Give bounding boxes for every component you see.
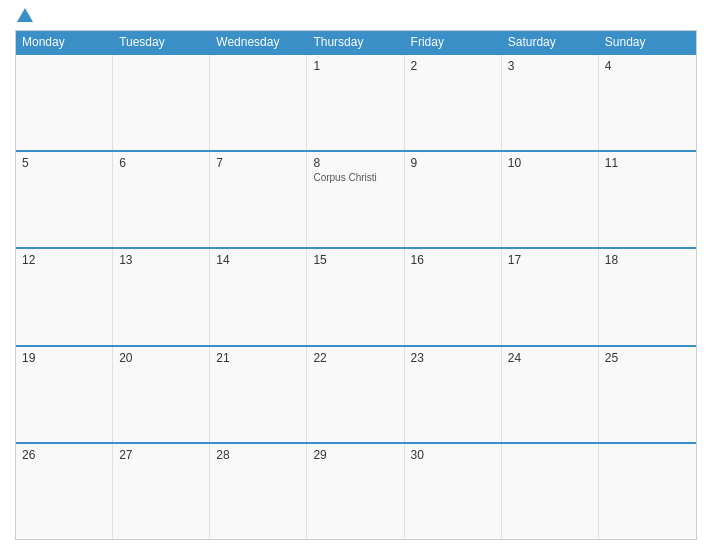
day-cell: 13 [113, 249, 210, 344]
week-row-1: 1234 [16, 53, 696, 150]
day-cell: 11 [599, 152, 696, 247]
day-cell: 9 [405, 152, 502, 247]
day-cell [113, 55, 210, 150]
day-cell: 27 [113, 444, 210, 539]
day-number: 9 [411, 156, 495, 170]
day-number: 13 [119, 253, 203, 267]
day-cell: 10 [502, 152, 599, 247]
day-cell: 21 [210, 347, 307, 442]
day-cell: 29 [307, 444, 404, 539]
day-number: 4 [605, 59, 690, 73]
day-number: 22 [313, 351, 397, 365]
day-number: 25 [605, 351, 690, 365]
day-number: 8 [313, 156, 397, 170]
day-header-wednesday: Wednesday [210, 31, 307, 53]
day-cell: 16 [405, 249, 502, 344]
day-number: 6 [119, 156, 203, 170]
day-cell [210, 55, 307, 150]
day-header-thursday: Thursday [307, 31, 404, 53]
day-cell: 30 [405, 444, 502, 539]
day-number: 7 [216, 156, 300, 170]
day-cell: 28 [210, 444, 307, 539]
day-number: 26 [22, 448, 106, 462]
day-cell: 15 [307, 249, 404, 344]
day-number: 29 [313, 448, 397, 462]
day-cell: 24 [502, 347, 599, 442]
day-number: 28 [216, 448, 300, 462]
day-cell: 7 [210, 152, 307, 247]
logo-triangle-icon [17, 8, 33, 22]
day-cell: 19 [16, 347, 113, 442]
day-cell: 2 [405, 55, 502, 150]
day-cell: 20 [113, 347, 210, 442]
day-cell: 3 [502, 55, 599, 150]
week-row-2: 5678Corpus Christi91011 [16, 150, 696, 247]
day-cell: 26 [16, 444, 113, 539]
week-row-5: 2627282930 [16, 442, 696, 539]
day-header-tuesday: Tuesday [113, 31, 210, 53]
day-cell: 22 [307, 347, 404, 442]
weeks-container: 12345678Corpus Christi910111213141516171… [16, 53, 696, 539]
calendar-grid: MondayTuesdayWednesdayThursdayFridaySatu… [15, 30, 697, 540]
day-cell: 14 [210, 249, 307, 344]
day-number: 2 [411, 59, 495, 73]
day-cell: 18 [599, 249, 696, 344]
day-cell [502, 444, 599, 539]
day-number: 27 [119, 448, 203, 462]
day-cell: 5 [16, 152, 113, 247]
day-cell: 6 [113, 152, 210, 247]
day-header-saturday: Saturday [502, 31, 599, 53]
day-number: 17 [508, 253, 592, 267]
day-header-sunday: Sunday [599, 31, 696, 53]
day-number: 20 [119, 351, 203, 365]
day-number: 30 [411, 448, 495, 462]
day-cell: 17 [502, 249, 599, 344]
day-number: 11 [605, 156, 690, 170]
week-row-3: 12131415161718 [16, 247, 696, 344]
day-cell: 1 [307, 55, 404, 150]
day-number: 10 [508, 156, 592, 170]
day-number: 12 [22, 253, 106, 267]
day-header-friday: Friday [405, 31, 502, 53]
day-number: 23 [411, 351, 495, 365]
day-number: 19 [22, 351, 106, 365]
day-number: 18 [605, 253, 690, 267]
day-header-monday: Monday [16, 31, 113, 53]
day-number: 14 [216, 253, 300, 267]
day-number: 5 [22, 156, 106, 170]
event-label: Corpus Christi [313, 172, 397, 183]
day-cell: 23 [405, 347, 502, 442]
day-cell: 4 [599, 55, 696, 150]
week-row-4: 19202122232425 [16, 345, 696, 442]
day-headers-row: MondayTuesdayWednesdayThursdayFridaySatu… [16, 31, 696, 53]
day-number: 16 [411, 253, 495, 267]
logo [15, 10, 33, 22]
day-cell [16, 55, 113, 150]
day-number: 21 [216, 351, 300, 365]
day-cell: 25 [599, 347, 696, 442]
day-number: 1 [313, 59, 397, 73]
calendar-header [15, 10, 697, 22]
calendar-page: MondayTuesdayWednesdayThursdayFridaySatu… [0, 0, 712, 550]
day-number: 3 [508, 59, 592, 73]
day-cell [599, 444, 696, 539]
day-number: 15 [313, 253, 397, 267]
day-number: 24 [508, 351, 592, 365]
day-cell: 12 [16, 249, 113, 344]
day-cell: 8Corpus Christi [307, 152, 404, 247]
